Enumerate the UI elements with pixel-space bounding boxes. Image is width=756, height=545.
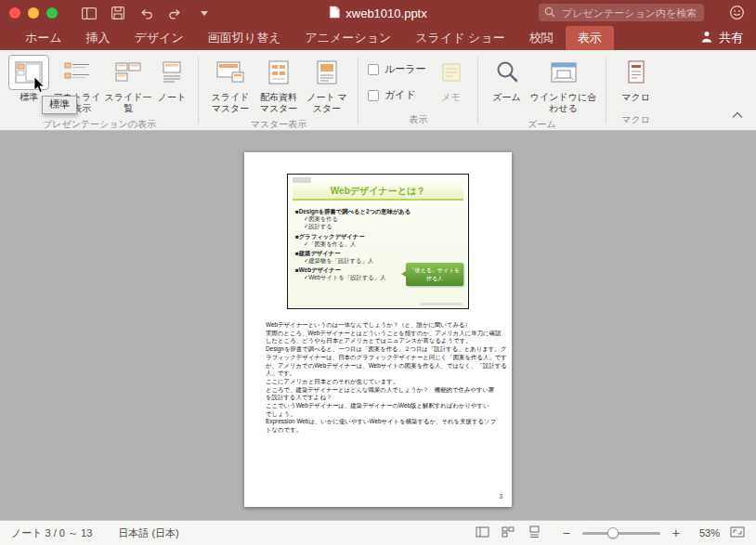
mouse-cursor-icon — [33, 76, 46, 97]
slide-bullet: ✓図案を作る — [295, 215, 461, 223]
zoom-percentage[interactable]: 53% — [692, 527, 720, 539]
notes-master-icon — [308, 55, 345, 90]
group-presentation-views: 標準 アウトライン表示 スライド一覧 — [0, 50, 199, 130]
notes-text-body[interactable]: Webデザイナーというのは一体なんでしょうか？（と、誰かに聞いてみる） 実際のと… — [266, 321, 494, 435]
slide-master-label: スライド マスター — [206, 92, 254, 114]
zoom-slider-thumb[interactable] — [607, 527, 619, 539]
fit-to-window-icon — [543, 55, 584, 90]
slide-master-button[interactable]: スライド マスター — [206, 55, 254, 114]
memo-button[interactable]: メモ — [432, 55, 471, 103]
notes-master-label: ノート マスター — [303, 92, 351, 114]
notes-text-line: ところで、建築デザイナーとはどんな職業の人でしょうか？ 機能的で住みやすい家 — [266, 386, 494, 395]
ruler-checkbox-box — [368, 64, 379, 75]
view-switcher — [476, 526, 541, 540]
notes-text-line: ここにアメリカと日本とのそれが生じています。 — [266, 378, 494, 386]
group-zoom: ズーム ウインドウに合わせる ズーム — [478, 50, 606, 130]
status-right: − + 53% — [476, 526, 745, 540]
ribbon-view-tab: 標準 アウトライン表示 スライド一覧 — [0, 50, 756, 131]
tab-home[interactable]: ホーム — [13, 26, 74, 50]
ribbon-tab-bar: ホーム 挿入 デザイン 画面切り替え アニメーション スライド ショー 校閲 表… — [0, 26, 756, 50]
panes-icon[interactable] — [82, 7, 97, 19]
undo-icon[interactable] — [139, 7, 153, 19]
handout-master-button[interactable]: 配布資料 マスター — [254, 55, 303, 114]
tab-insert[interactable]: 挿入 — [74, 26, 123, 50]
notes-text-line: を設計する人ですよね？ — [266, 394, 494, 402]
slide-position-indicator: ノート 3 / 0 ～ 13 — [11, 526, 92, 540]
group-show: ルーラー ガイド メモ 表示 — [358, 50, 478, 130]
slide-thumbnail[interactable]: Webデザイナーとは？ ■Designを辞書で調べると2つの意味がある ✓図案を… — [287, 174, 469, 309]
status-bar: ノート 3 / 0 ～ 13 日本語 (日本) − + 53% — [0, 520, 756, 545]
status-normal-view-icon[interactable] — [476, 526, 489, 540]
zoom-button[interactable]: ズーム — [486, 55, 528, 103]
guides-checkbox[interactable]: ガイド — [368, 88, 426, 102]
search-icon — [544, 5, 555, 21]
status-slide-sorter-icon[interactable] — [502, 526, 515, 540]
document-title-area: xweb1010.pptx — [329, 0, 426, 26]
group-label-zoom: ズーム — [486, 114, 599, 134]
search-input[interactable] — [560, 6, 698, 19]
slide-bullet: ■建築デザイナー — [295, 250, 461, 257]
slide-bullet: ■Designを辞書で調べると2つの意味がある — [295, 208, 461, 215]
save-icon[interactable] — [111, 6, 124, 19]
fit-slide-to-window-icon[interactable] — [730, 526, 745, 540]
notes-text-line: が、アメリカでのWebデザイナーは、Webサイトの図案を作る人、ではなく、「設計… — [266, 362, 494, 370]
tab-design[interactable]: デザイン — [123, 26, 196, 50]
slide-callout-line: 作る人 — [408, 275, 462, 282]
show-checkboxes: ルーラー ガイド — [366, 55, 432, 102]
zoom-slider[interactable] — [582, 532, 660, 535]
group-macros: マクロ マクロ — [606, 50, 666, 130]
macros-icon — [619, 55, 654, 90]
slide-callout: 「使える」サイトを 作る人 — [406, 263, 463, 286]
share-label: 共有 — [719, 30, 743, 46]
document-area: Webデザイナーとは？ ■Designを辞書で調べると2つの意味がある ✓図案を… — [0, 132, 756, 520]
status-notes-page-icon[interactable] — [528, 526, 541, 540]
notes-view-label: ノート — [158, 92, 186, 103]
feedback-smiley-icon[interactable] — [729, 5, 745, 24]
slide-sorter-icon — [108, 55, 149, 90]
notes-text-line: 実際のところ、Webデザイナーとはどういうことを指すのか、アメリカ人に単刀に確認 — [266, 330, 494, 338]
ruler-checkbox[interactable]: ルーラー — [368, 62, 426, 76]
notes-master-button[interactable]: ノート マスター — [303, 55, 351, 114]
handout-master-icon — [260, 55, 297, 90]
tab-animations[interactable]: アニメーション — [293, 26, 403, 50]
slide-bullet: ✓設計する — [295, 223, 461, 230]
slide-master-icon — [209, 55, 252, 90]
tab-view[interactable]: 表示 — [566, 26, 614, 50]
group-label-master-views: マスター表示 — [206, 114, 351, 134]
notes-page-number: 3 — [499, 493, 502, 500]
customize-toolbar-caret-icon[interactable] — [201, 11, 208, 16]
zoom-in-button[interactable]: + — [671, 526, 682, 539]
collapse-ribbon-chevron-icon[interactable] — [732, 106, 743, 123]
close-window-button[interactable] — [9, 7, 20, 19]
tab-review[interactable]: 校閲 — [517, 26, 566, 50]
slide-sorter-label: スライド一覧 — [104, 92, 152, 114]
tab-transitions[interactable]: 画面切り替え — [196, 26, 293, 50]
slide-sorter-button[interactable]: スライド一覧 — [104, 55, 152, 114]
share-button[interactable]: 共有 — [700, 26, 743, 50]
notes-page: Webデザイナーとは？ ■Designを辞書で調べると2つの意味がある ✓図案を… — [244, 152, 512, 507]
notes-text-line: したところ、どうやら日本とアメリカとではニュアンスが異なるようです。 — [266, 337, 494, 345]
memo-label: メモ — [441, 92, 460, 103]
notes-view-button[interactable]: ノート — [152, 55, 191, 103]
group-label-macros: マクロ — [614, 110, 658, 129]
zoom-window-button[interactable] — [46, 7, 58, 19]
notes-text-line: ここでいうWebデザイナーは、建築デザイナーのWeb版と解釈すればわかりやすい — [266, 402, 494, 410]
language-indicator[interactable]: 日本語 (日本) — [118, 526, 178, 540]
fit-to-window-label: ウインドウに合わせる — [528, 92, 599, 114]
tab-slideshow[interactable]: スライド ショー — [403, 26, 516, 50]
slide-bullet: ■グラフィックデザイナー — [295, 233, 461, 240]
notes-text-line: 人」です。 — [266, 370, 494, 378]
search-box[interactable] — [539, 4, 704, 21]
zoom-out-button[interactable]: − — [561, 526, 572, 539]
notes-text-line: Webデザイナーというのは一体なんでしょうか？（と、誰かに聞いてみる） — [266, 321, 494, 330]
outline-view-icon — [57, 55, 98, 90]
zoom-label: ズーム — [492, 92, 520, 103]
guides-checkbox-label: ガイド — [385, 88, 416, 102]
notes-text-line: Designを辞書で調べると、一つ目は「図案を作る」２つ目は「設計する」とありま… — [266, 345, 494, 354]
fit-to-window-button[interactable]: ウインドウに合わせる — [528, 55, 599, 114]
notes-text-line: トなのです。 — [266, 426, 494, 435]
macros-button[interactable]: マクロ — [614, 55, 658, 103]
tooltip-normal-view: 標準 — [42, 96, 77, 114]
redo-icon[interactable] — [168, 7, 182, 19]
minimize-window-button[interactable] — [28, 7, 39, 19]
